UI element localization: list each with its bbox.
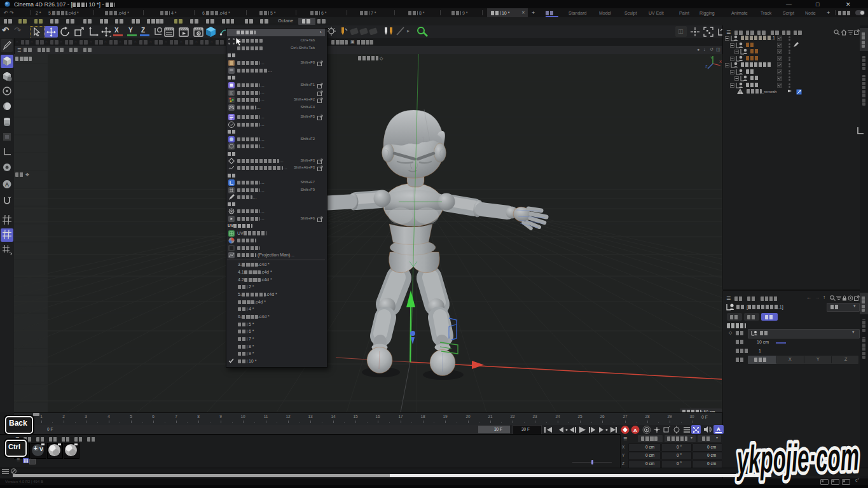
svg-text:A: A — [633, 428, 637, 433]
svg-text:ykpojie·com: ykpojie·com — [735, 435, 859, 482]
svg-text:A: A — [5, 181, 10, 188]
